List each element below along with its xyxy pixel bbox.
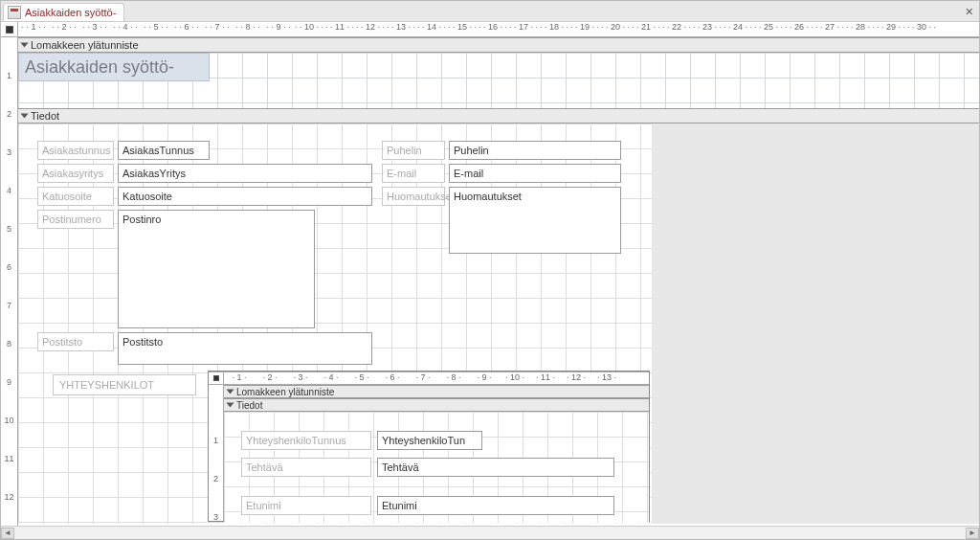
selector-square-icon <box>213 375 219 381</box>
expand-icon <box>227 403 234 408</box>
subform-ruler-horizontal: · 1 ·· 2 ·· 3 ·· 4 ·· 5 ·· 6 ·· 7 ·· 8 ·… <box>209 371 649 385</box>
form-selector[interactable] <box>1 22 18 37</box>
section-bar-detail[interactable]: Tiedot <box>18 108 979 124</box>
sub-label-etunimi[interactable]: Etunimi <box>241 496 371 515</box>
section-label: Lomakkeen ylätunniste <box>236 387 334 397</box>
sub-field-tehtava[interactable]: Tehtävä <box>377 458 614 477</box>
field-email[interactable]: E-mail <box>449 164 621 183</box>
document-tabs: Asiakkaiden syöttö- × <box>1 1 979 22</box>
label-huomautukset[interactable]: Huomautukset <box>382 187 445 206</box>
scroll-right-button[interactable]: ► <box>966 528 979 539</box>
section-label: Tiedot <box>31 110 59 122</box>
form-icon <box>8 6 21 19</box>
close-icon[interactable]: × <box>966 4 973 19</box>
field-huomautukset[interactable]: Huomautukset <box>449 187 621 254</box>
label-puhelin[interactable]: Puhelin <box>382 141 445 160</box>
ruler-vertical: 12345678910111213 <box>1 37 18 526</box>
field-katuosoite[interactable]: Katuosoite <box>118 187 372 206</box>
field-postinro[interactable]: Postinro <box>118 210 315 328</box>
subform-ruler-vertical: 123 <box>209 385 224 521</box>
section-label: Tiedot <box>236 400 262 411</box>
detail-area[interactable]: Asiakastunnus AsiakasTunnus Asiakasyrity… <box>18 124 979 524</box>
scroll-left-button[interactable]: ◄ <box>1 528 14 539</box>
out-of-form-area <box>652 124 979 524</box>
subform-section-bar-header[interactable]: Lomakkeen ylätunniste <box>224 385 649 398</box>
sub-label-tehtava[interactable]: Tehtävä <box>241 458 371 477</box>
sub-label-yhteyshenkilotunnus[interactable]: YhteyshenkiloTunnus <box>241 431 371 450</box>
subform-ruler-marks: · 1 ·· 2 ·· 3 ·· 4 ·· 5 ·· 6 ·· 7 ·· 8 ·… <box>224 372 649 384</box>
selector-square-icon <box>6 26 13 34</box>
label-yhteyshenkilot[interactable]: YHTEYSHENKILOT <box>53 374 196 395</box>
section-label: Lomakkeen ylätunniste <box>31 39 139 51</box>
label-katuosoite[interactable]: Katuosoite <box>37 187 114 206</box>
sub-field-etunimi[interactable]: Etunimi <box>377 496 614 515</box>
expand-icon <box>21 43 29 48</box>
subform-selector[interactable] <box>209 371 224 385</box>
tab-title: Asiakkaiden syöttö- <box>25 7 116 18</box>
form-title-label[interactable]: Asiakkaiden syöttö- <box>18 53 210 81</box>
label-asiakastunnus[interactable]: Asiakastunnus <box>37 141 114 160</box>
form-header-area[interactable]: Asiakkaiden syöttö- <box>18 53 979 108</box>
form-design-surface[interactable]: Lomakkeen ylätunniste Asiakkaiden syöttö… <box>18 37 979 526</box>
ruler-marks: · · 1 · ·· · 2 · ·· · 3 · ·· · 4 · ·· · … <box>18 22 979 36</box>
subform-detail-area[interactable]: YhteyshenkiloTunnus YhteyshenkiloTun Teh… <box>224 412 649 523</box>
tab-asiakkaiden-syotto[interactable]: Asiakkaiden syöttö- <box>3 3 124 21</box>
subform-section-bar-detail[interactable]: Tiedot <box>224 398 649 412</box>
field-postitsto[interactable]: Postitsto <box>118 332 372 365</box>
label-postitsto[interactable]: Postitsto <box>37 332 114 351</box>
sub-field-yhteyshenkilotunnus[interactable]: YhteyshenkiloTun <box>377 431 482 450</box>
form-design-window: Asiakkaiden syöttö- × · · 1 · ·· · 2 · ·… <box>0 0 980 540</box>
field-asiakasyritys[interactable]: AsiakasYritys <box>118 164 372 183</box>
design-canvas: 12345678910111213 Lomakkeen ylätunniste … <box>1 37 979 526</box>
form-title-text: Asiakkaiden syöttö- <box>25 57 174 77</box>
label-asiakasyritys[interactable]: Asiakasyritys <box>37 164 114 183</box>
ruler-horizontal: · · 1 · ·· · 2 · ·· · 3 · ·· · 4 · ·· · … <box>1 22 979 37</box>
label-postinumero[interactable]: Postinumero <box>37 210 114 229</box>
section-bar-form-header[interactable]: Lomakkeen ylätunniste <box>18 37 979 53</box>
expand-icon <box>227 390 234 394</box>
field-asiakastunnus[interactable]: AsiakasTunnus <box>118 141 210 160</box>
field-puhelin[interactable]: Puhelin <box>449 141 621 160</box>
horizontal-scrollbar[interactable]: ◄ ► <box>1 526 979 539</box>
label-email[interactable]: E-mail <box>382 164 445 183</box>
expand-icon <box>21 114 29 119</box>
subform-yhteyshenkilot[interactable]: · 1 ·· 2 ·· 3 ·· 4 ·· 5 ·· 6 ·· 7 ·· 8 ·… <box>208 371 650 522</box>
